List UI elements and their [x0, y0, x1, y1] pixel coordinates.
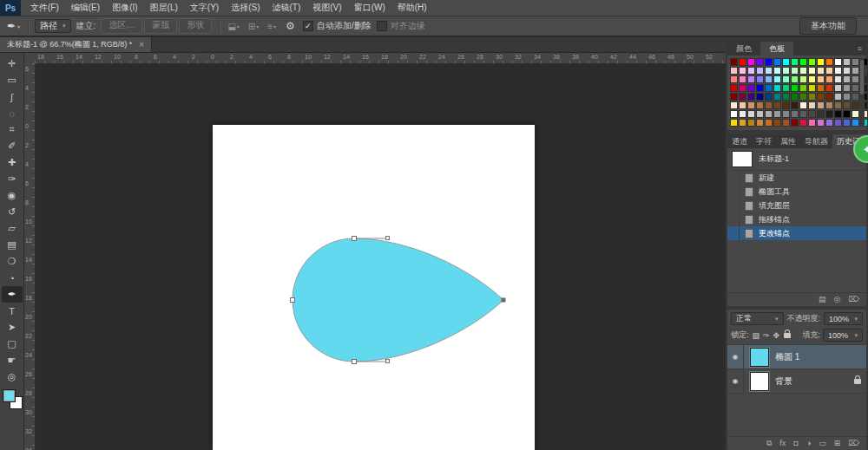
- color-swatch[interactable]: [773, 93, 781, 101]
- zoom-tool[interactable]: ◎: [2, 368, 23, 385]
- color-swatch[interactable]: [773, 75, 781, 83]
- color-swatch[interactable]: [817, 75, 825, 83]
- color-swatch[interactable]: [739, 119, 746, 127]
- document-tab[interactable]: 未标题-1 @ 66.7%(椭圆 1, RGB/8) * ×: [0, 37, 152, 52]
- panel-tab-0[interactable]: 通道: [727, 134, 752, 148]
- history-state-0[interactable]: 新建: [727, 171, 866, 185]
- blend-mode-dropdown[interactable]: 正常 ▾: [731, 312, 784, 325]
- color-swatch[interactable]: [730, 67, 738, 75]
- layer-group-icon[interactable]: ▭: [819, 437, 826, 450]
- color-swatch[interactable]: [843, 75, 851, 83]
- color-swatch[interactable]: [808, 119, 816, 127]
- color-swatch[interactable]: [773, 101, 781, 109]
- workspace-switcher[interactable]: 基本功能: [799, 17, 857, 35]
- color-swatch[interactable]: [730, 75, 738, 83]
- color-swatch[interactable]: [739, 75, 746, 83]
- color-swatch[interactable]: [739, 84, 746, 92]
- lock-all-icon[interactable]: [784, 333, 791, 338]
- history-brush-source-cell[interactable]: [727, 171, 740, 185]
- color-swatch[interactable]: [817, 119, 825, 127]
- color-swatch[interactable]: [739, 58, 746, 66]
- history-brush-source-cell[interactable]: [727, 212, 740, 226]
- color-swatch[interactable]: [799, 58, 807, 66]
- add-layer-mask-icon[interactable]: ◘: [793, 437, 798, 450]
- color-swatch[interactable]: [756, 93, 764, 101]
- color-swatch[interactable]: [765, 58, 773, 66]
- color-swatch[interactable]: [808, 84, 816, 92]
- auto-add-delete-checkbox[interactable]: ✓ 自动添加/删除: [303, 20, 372, 32]
- panel-tab-3[interactable]: 导航器: [800, 134, 832, 148]
- color-swatch[interactable]: [773, 58, 781, 66]
- color-swatch[interactable]: [808, 75, 816, 83]
- menu-item-6[interactable]: 滤镜(T): [266, 0, 307, 16]
- color-swatch[interactable]: [808, 110, 816, 118]
- brush-tool[interactable]: ✑: [2, 171, 23, 187]
- close-tab-icon[interactable]: ×: [139, 40, 144, 49]
- delete-state-icon[interactable]: ⌦: [848, 293, 859, 306]
- color-swatch[interactable]: [843, 93, 851, 101]
- color-swatch[interactable]: [843, 67, 851, 75]
- color-swatch[interactable]: [791, 67, 799, 75]
- menu-item-0[interactable]: 文件(F): [24, 0, 65, 16]
- swatches-scrollbar[interactable]: [859, 58, 865, 127]
- eraser-tool[interactable]: ▱: [2, 220, 23, 237]
- color-swatch[interactable]: [834, 75, 842, 83]
- color-swatch[interactable]: [765, 110, 773, 118]
- color-swatch[interactable]: [808, 101, 816, 109]
- hand-tool[interactable]: ☛: [2, 352, 23, 368]
- color-swatch[interactable]: [730, 101, 738, 109]
- color-swatch[interactable]: [808, 58, 816, 66]
- color-swatch[interactable]: [782, 93, 790, 101]
- color-swatch[interactable]: [782, 75, 790, 83]
- anchor-point[interactable]: [352, 360, 357, 364]
- color-swatch[interactable]: [756, 75, 764, 83]
- color-swatch[interactable]: [843, 110, 851, 118]
- quick-selection-tool[interactable]: ◌: [2, 105, 23, 121]
- color-swatch[interactable]: [852, 101, 859, 109]
- menu-item-1[interactable]: 编辑(E): [65, 0, 106, 16]
- color-swatch[interactable]: [791, 58, 799, 66]
- eye-icon[interactable]: ◉: [727, 369, 744, 393]
- layer-thumbnail[interactable]: [750, 348, 769, 367]
- color-swatch[interactable]: [817, 84, 825, 92]
- color-swatch[interactable]: [747, 110, 755, 118]
- history-brush-source-cell[interactable]: [727, 199, 740, 212]
- handle-end-point[interactable]: [386, 360, 390, 363]
- layer-row-0[interactable]: ◉椭圆 1: [727, 345, 866, 369]
- color-swatch[interactable]: [730, 58, 738, 66]
- history-brush-tool[interactable]: ↺: [2, 204, 23, 220]
- color-swatch[interactable]: [834, 84, 842, 92]
- color-swatch[interactable]: [756, 67, 764, 75]
- color-swatch[interactable]: [773, 119, 781, 127]
- color-swatch[interactable]: [799, 84, 807, 92]
- color-swatch[interactable]: [852, 84, 859, 92]
- color-swatch[interactable]: [765, 67, 773, 75]
- pen-tool-preset-icon[interactable]: ✒ ▾: [4, 20, 23, 32]
- foreground-color-swatch[interactable]: [3, 389, 16, 402]
- document-canvas[interactable]: [213, 125, 535, 450]
- color-swatch[interactable]: [843, 101, 851, 109]
- lock-transparency-icon[interactable]: ▨: [752, 331, 761, 340]
- color-swatch[interactable]: [730, 110, 738, 118]
- path-arrange-icon[interactable]: ≡▾: [266, 22, 278, 31]
- align-edges-checkbox[interactable]: 对齐边缘: [377, 20, 425, 32]
- color-swatch[interactable]: [852, 75, 859, 83]
- type-tool[interactable]: T: [2, 303, 23, 319]
- color-swatch[interactable]: [773, 67, 781, 75]
- color-swatch[interactable]: [747, 75, 755, 83]
- menu-item-2[interactable]: 图像(I): [106, 0, 143, 16]
- adjustment-layer-icon[interactable]: ◑: [806, 437, 811, 450]
- spot-healing-brush-tool[interactable]: ✚: [2, 154, 23, 171]
- color-swatch[interactable]: [799, 93, 807, 101]
- color-swatch[interactable]: [739, 110, 746, 118]
- new-document-from-state-icon[interactable]: ▤: [819, 293, 826, 306]
- color-swatch[interactable]: [747, 58, 755, 66]
- color-swatch[interactable]: [825, 119, 833, 127]
- color-swatch[interactable]: [739, 101, 746, 109]
- pen-tool[interactable]: ✒: [2, 286, 23, 303]
- color-swatch[interactable]: [782, 101, 790, 109]
- color-swatch[interactable]: [817, 93, 825, 101]
- tool-mode-dropdown[interactable]: 路径 ▾: [35, 19, 71, 33]
- color-swatch[interactable]: [834, 67, 842, 75]
- color-swatch[interactable]: [843, 119, 851, 127]
